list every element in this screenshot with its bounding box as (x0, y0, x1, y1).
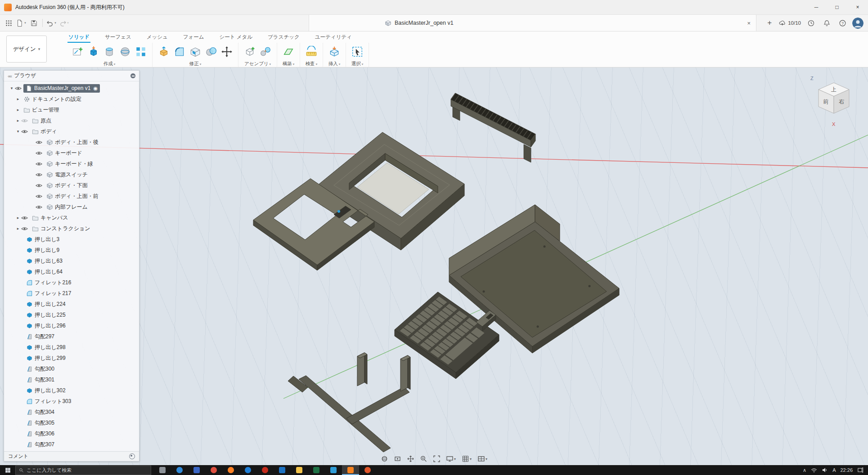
part-body-top-front[interactable] (253, 179, 374, 270)
move-copy-tool[interactable] (220, 45, 234, 58)
visibility-eye-icon[interactable] (21, 225, 28, 232)
activate-component-radio[interactable]: ◉ (93, 85, 98, 91)
combine-tool[interactable] (204, 45, 218, 58)
extrude-9[interactable]: 押し出し9 (4, 245, 139, 255)
bodies-folder[interactable]: ボディ (4, 126, 139, 137)
body-keyboard[interactable]: キーボード (4, 148, 139, 158)
visibility-eye-icon[interactable] (36, 161, 42, 167)
visibility-eye-icon[interactable] (36, 171, 42, 178)
body-top-rear[interactable]: ボディ・上面・後 (4, 137, 139, 148)
fit-tool[interactable] (432, 454, 441, 463)
draft-301[interactable]: 勾配301 (4, 374, 139, 385)
ribbon-group-dropdown[interactable]: 構築 (282, 61, 295, 67)
ribbon-group-dropdown[interactable]: 挿入 (328, 61, 341, 67)
draft-300[interactable]: 勾配300 (4, 363, 139, 374)
joint-tool[interactable] (259, 45, 272, 58)
app-mail[interactable] (188, 465, 205, 475)
tab-surface[interactable]: サーフェス (104, 31, 132, 43)
new-tab-button[interactable]: + (765, 18, 774, 27)
visibility-eye-icon[interactable] (36, 139, 42, 146)
look-at-tool[interactable] (393, 454, 402, 463)
app-edge[interactable] (239, 465, 256, 475)
app-firefox[interactable] (222, 465, 239, 475)
extrude-224[interactable]: 押し出し224 (4, 299, 139, 309)
draft-306[interactable]: 勾配306 (4, 428, 139, 439)
part-body-top-rear[interactable] (319, 132, 464, 250)
extrude-tool[interactable] (87, 45, 100, 58)
account-avatar[interactable] (852, 18, 864, 29)
ribbon-group-dropdown[interactable]: 選択 (351, 61, 364, 67)
document-settings[interactable]: ドキュメントの設定 (4, 94, 139, 104)
part-inner-frame[interactable] (288, 353, 410, 452)
tab-sheet-metal[interactable]: シート メタル (219, 31, 254, 43)
part-bottom-tray[interactable] (449, 205, 619, 353)
body-power-switch[interactable]: 電源スイッチ (4, 169, 139, 180)
orbit-tool[interactable] (380, 454, 389, 463)
tab-mesh[interactable]: メッシュ (146, 31, 169, 43)
draft-307[interactable]: 勾配307 (4, 439, 139, 450)
body-top-front[interactable]: ボディ・上面・前 (4, 191, 139, 202)
expand-arrow-icon[interactable] (15, 118, 21, 123)
tray-chevron-icon[interactable]: ∧ (803, 467, 806, 473)
press-pull-tool[interactable] (157, 45, 171, 58)
start-button[interactable] (0, 467, 15, 473)
draft-305[interactable]: 勾配305 (4, 417, 139, 428)
app-opera[interactable] (256, 465, 274, 475)
app-excel[interactable] (308, 465, 325, 475)
app-vscode[interactable] (325, 465, 342, 475)
taskbar-search[interactable]: ここに入力して検索 (15, 466, 151, 475)
tab-close-icon[interactable]: × (747, 20, 751, 27)
visibility-eye-icon[interactable] (21, 117, 28, 124)
visibility-eye-icon[interactable] (36, 193, 42, 200)
comment-bar[interactable]: コメント (4, 451, 139, 461)
fillet-216[interactable]: フィレット216 (4, 277, 139, 288)
draft-304[interactable]: 勾配304 (4, 407, 139, 417)
grid-and-snaps[interactable] (461, 454, 472, 463)
file-menu-button[interactable] (15, 17, 27, 29)
extrude-64[interactable]: 押し出し64 (4, 266, 139, 277)
redo-button[interactable] (58, 17, 70, 29)
pan-tool[interactable] (406, 454, 415, 463)
volume-icon[interactable] (822, 467, 828, 473)
extrude-298[interactable]: 押し出し298 (4, 342, 139, 353)
sphere-tool[interactable] (118, 45, 132, 58)
extrude-296[interactable]: 押し出し296 (4, 320, 139, 331)
browser-header[interactable]: «« ブラウザ (4, 71, 139, 81)
part-keyboard[interactable] (395, 292, 499, 379)
tab-utilities[interactable]: ユーティリティ (314, 31, 353, 43)
maximize-button[interactable]: □ (827, 0, 847, 14)
network-icon[interactable] (811, 467, 817, 473)
canvases-folder[interactable]: キャンバス (4, 212, 139, 223)
ribbon-group-dropdown[interactable]: 検査 (305, 61, 318, 67)
visibility-eye-icon[interactable] (21, 128, 28, 135)
recent-activity-button[interactable] (805, 17, 817, 29)
part-power-switch[interactable] (476, 310, 496, 331)
tab-form[interactable]: フォーム (182, 31, 205, 43)
named-views[interactable]: ビュー管理 (4, 104, 139, 115)
extrude-225[interactable]: 押し出し225 (4, 309, 139, 320)
draft-297[interactable]: 勾配297 (4, 331, 139, 342)
expand-arrow-icon[interactable] (9, 86, 15, 90)
app-onedrive[interactable] (274, 465, 291, 475)
visibility-eye-icon[interactable] (15, 85, 22, 92)
expand-arrow-icon[interactable] (15, 129, 21, 134)
close-button[interactable]: × (847, 0, 868, 14)
notification-center-icon[interactable] (857, 467, 864, 473)
body-keyboard-green[interactable]: キーボード・緑 (4, 158, 139, 169)
app-explorer[interactable] (291, 465, 308, 475)
save-button[interactable] (28, 17, 40, 29)
measure-tool[interactable] (305, 45, 318, 58)
shell-tool[interactable] (189, 45, 202, 58)
construction-plane-tool[interactable] (282, 45, 295, 58)
ribbon-group-dropdown[interactable]: 修正 (157, 61, 234, 67)
app-cortana[interactable] (171, 465, 188, 475)
body-bottom[interactable]: ボディ・下面 (4, 180, 139, 191)
expand-arrow-icon[interactable] (15, 108, 21, 112)
visibility-eye-icon[interactable] (21, 215, 28, 221)
extrude-302[interactable]: 押し出し302 (4, 385, 139, 396)
app-chrome[interactable] (205, 465, 222, 475)
tab-solid[interactable]: ソリッド (67, 31, 90, 43)
notifications-button[interactable] (821, 17, 832, 29)
workspace-selector[interactable]: デザイン (6, 36, 47, 63)
extrude-299[interactable]: 押し出し299 (4, 353, 139, 363)
